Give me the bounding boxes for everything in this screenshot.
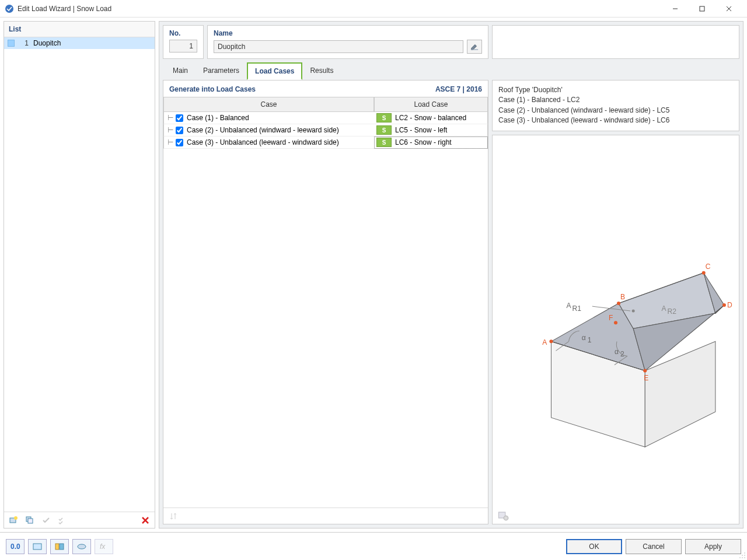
svg-text:R2: R2 bbox=[667, 307, 676, 316]
svg-text:α: α bbox=[615, 348, 619, 356]
svg-point-22 bbox=[617, 302, 620, 305]
svg-text:A: A bbox=[542, 338, 547, 346]
list-panel: List 1 Duopitch bbox=[4, 21, 155, 528]
svg-text:fx: fx bbox=[100, 542, 106, 551]
app-icon bbox=[5, 4, 14, 13]
svg-text:B: B bbox=[620, 293, 625, 301]
edit-name-button[interactable] bbox=[467, 40, 482, 54]
table-row-lc[interactable]: S LC6 - Snow - right bbox=[374, 136, 488, 149]
list-tools bbox=[4, 512, 155, 528]
no-input[interactable] bbox=[169, 40, 197, 52]
svg-point-21 bbox=[549, 340, 553, 343]
check-button[interactable] bbox=[39, 514, 53, 527]
lc-label: LC5 - Snow - left bbox=[395, 126, 447, 134]
new-item-button[interactable] bbox=[6, 514, 20, 527]
col-case: Case bbox=[163, 97, 374, 112]
tab-results[interactable]: Results bbox=[302, 62, 341, 80]
footer: 0.00 fx OK Cancel Apply bbox=[0, 532, 747, 560]
list-item[interactable]: 1 Duopitch bbox=[4, 37, 155, 49]
table-row-lc[interactable]: S LC5 - Snow - left bbox=[374, 124, 488, 136]
svg-text:C: C bbox=[706, 262, 711, 270]
svg-point-26 bbox=[614, 321, 617, 324]
svg-point-0 bbox=[5, 5, 13, 13]
svg-point-54 bbox=[742, 555, 743, 556]
svg-point-58 bbox=[744, 557, 745, 558]
list-item-icon bbox=[8, 40, 15, 47]
svg-point-46 bbox=[504, 516, 508, 520]
name-input[interactable] bbox=[214, 40, 463, 53]
ok-button[interactable]: OK bbox=[566, 539, 622, 554]
tab-load-cases[interactable]: Load Cases bbox=[247, 62, 302, 80]
window-title: Edit Load Wizard | Snow Load bbox=[18, 5, 662, 13]
table-row[interactable]: ⊢ Case (1) - Balanced bbox=[163, 112, 374, 124]
view2-button[interactable] bbox=[50, 539, 69, 554]
svg-rect-50 bbox=[60, 544, 64, 550]
svg-text:0.00: 0.00 bbox=[11, 542, 20, 551]
units-button[interactable]: 0.00 bbox=[6, 539, 25, 554]
svg-text:D: D bbox=[727, 301, 732, 309]
maximize-button[interactable] bbox=[689, 0, 715, 18]
tab-main[interactable]: Main bbox=[165, 62, 196, 80]
svg-point-56 bbox=[739, 557, 741, 558]
tab-parameters[interactable]: Parameters bbox=[196, 62, 247, 80]
no-card: No. bbox=[163, 25, 204, 59]
svg-text:R1: R1 bbox=[573, 304, 582, 313]
checkall-button[interactable] bbox=[55, 514, 69, 527]
svg-point-24 bbox=[722, 303, 726, 307]
list-item-label: Duopitch bbox=[33, 39, 61, 47]
case-label: Case (3) - Unbalanced (leeward - windwar… bbox=[187, 138, 339, 146]
delete-button[interactable] bbox=[138, 514, 152, 527]
view3-button[interactable] bbox=[72, 539, 91, 554]
diagram-settings-button[interactable] bbox=[496, 509, 510, 522]
lc-tag: S bbox=[376, 125, 392, 135]
svg-point-23 bbox=[702, 271, 706, 274]
table-row[interactable]: ⊢ Case (2) - Unbalanced (windward - leew… bbox=[163, 124, 374, 136]
apply-button[interactable]: Apply bbox=[685, 539, 741, 554]
blank-card bbox=[492, 25, 739, 59]
tree-line-icon: ⊢ bbox=[167, 138, 173, 146]
svg-text:1: 1 bbox=[588, 336, 592, 344]
roof-diagram: A B C D E F A R1 A R2 bbox=[498, 140, 733, 519]
fx-button[interactable]: fx bbox=[95, 539, 113, 554]
svg-rect-8 bbox=[28, 519, 33, 523]
case-checkbox[interactable] bbox=[176, 114, 183, 122]
svg-point-53 bbox=[744, 552, 745, 554]
info-panel: Roof Type 'Duopitch' Case (1) - Balanced… bbox=[492, 80, 739, 131]
list-body: 1 Duopitch bbox=[4, 37, 155, 512]
svg-rect-49 bbox=[55, 544, 59, 550]
lc-tag: S bbox=[376, 113, 392, 123]
center-panel: No. Name Main Parameters Load Cases Resu… bbox=[159, 21, 743, 528]
name-label: Name bbox=[214, 29, 482, 37]
svg-text:2: 2 bbox=[620, 350, 624, 358]
case-label: Case (2) - Unbalanced (windward - leewar… bbox=[187, 126, 339, 134]
col-loadcase: Load Case bbox=[374, 97, 488, 112]
cases-table: Case Load Case ⊢ Case (1) - Balanced S L… bbox=[163, 97, 488, 149]
case-checkbox[interactable] bbox=[176, 127, 183, 134]
info-line: Roof Type 'Duopitch' bbox=[498, 85, 733, 95]
tree-line-icon: ⊢ bbox=[167, 126, 173, 134]
table-row-lc[interactable]: S LC2 - Snow - balanced bbox=[374, 112, 488, 124]
view1-button[interactable] bbox=[28, 539, 47, 554]
minimize-button[interactable] bbox=[662, 0, 689, 18]
info-line: Case (3) - Unbalanced (leeward - windwar… bbox=[498, 116, 733, 125]
lc-label: LC6 - Snow - right bbox=[395, 138, 452, 146]
svg-point-25 bbox=[643, 369, 647, 372]
tabs: Main Parameters Load Cases Results bbox=[159, 62, 743, 80]
table-row[interactable]: ⊢ Case (3) - Unbalanced (leeward - windw… bbox=[163, 136, 374, 149]
resize-grip-icon[interactable] bbox=[738, 551, 746, 559]
case-label: Case (1) - Balanced bbox=[187, 114, 249, 122]
case-checkbox[interactable] bbox=[176, 139, 183, 146]
info-line: Case (2) - Unbalanced (windward - leewar… bbox=[498, 106, 733, 116]
svg-point-51 bbox=[78, 544, 86, 549]
close-button[interactable] bbox=[715, 0, 742, 18]
copy-item-button[interactable] bbox=[23, 514, 37, 527]
no-label: No. bbox=[169, 29, 197, 37]
lc-label: LC2 - Snow - balanced bbox=[395, 114, 466, 122]
list-header: List bbox=[4, 22, 155, 37]
tree-line-icon: ⊢ bbox=[167, 114, 173, 122]
sort-button[interactable] bbox=[167, 510, 181, 523]
lc-tag: S bbox=[376, 138, 392, 147]
list-item-number: 1 bbox=[18, 39, 29, 47]
cancel-button[interactable]: Cancel bbox=[626, 539, 682, 554]
svg-point-27 bbox=[632, 309, 635, 312]
